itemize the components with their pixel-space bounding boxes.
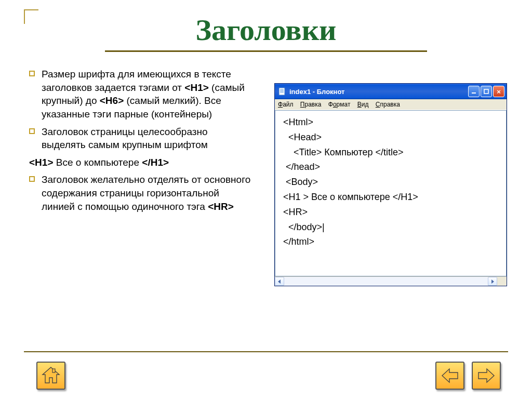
- nav-next-wrap: [472, 362, 501, 390]
- arrow-left-icon: [441, 368, 459, 383]
- nav-home-wrap: [36, 362, 65, 390]
- svg-marker-12: [478, 369, 494, 382]
- notepad-icon: [278, 87, 286, 96]
- bullet-item: Заголовок желательно отделять от основно…: [29, 173, 252, 213]
- bottom-divider: [24, 351, 508, 352]
- scroll-track[interactable]: [284, 277, 488, 286]
- bullet-item: Заголовок страницы целесообразно выделят…: [29, 125, 252, 152]
- bullet-text: Заголовок желательно отделять от основно…: [42, 174, 250, 211]
- close-icon: ×: [497, 88, 501, 96]
- maximize-icon: [484, 89, 489, 94]
- next-button[interactable]: [472, 362, 501, 390]
- body-text: Размер шрифта для имеющихся в тексте заг…: [29, 68, 252, 217]
- code-line: <H1 > Все о компьютере </H1>: [281, 190, 501, 205]
- minimize-button[interactable]: [468, 86, 480, 97]
- example-line: <H1> Все о компьютере </H1>: [29, 156, 252, 169]
- window-title: index1 - Блокнот: [289, 88, 468, 96]
- svg-marker-7: [278, 280, 281, 284]
- bullet-text: Заголовок страницы целесообразно выделят…: [42, 126, 208, 151]
- bullet-icon: [29, 71, 35, 76]
- menu-help[interactable]: Справка: [376, 101, 400, 108]
- menu-file[interactable]: Файл: [278, 101, 294, 108]
- code-line: </head>: [281, 159, 501, 175]
- maximize-button[interactable]: [481, 86, 492, 97]
- horizontal-scrollbar[interactable]: [275, 276, 507, 286]
- svg-marker-11: [442, 369, 458, 382]
- bullet-item: Размер шрифта для имеющихся в тексте заг…: [29, 68, 252, 121]
- resize-grip[interactable]: [497, 277, 507, 286]
- svg-marker-8: [491, 280, 494, 284]
- menu-edit[interactable]: Правка: [300, 101, 322, 108]
- minimize-icon: [471, 89, 476, 94]
- svg-rect-10: [52, 369, 55, 373]
- scroll-left-button[interactable]: [275, 277, 284, 286]
- svg-rect-5: [472, 92, 476, 94]
- svg-marker-9: [43, 367, 59, 383]
- home-icon: [41, 366, 61, 385]
- bullet-text: Размер шрифта для имеющихся в тексте заг…: [42, 69, 245, 119]
- chevron-left-icon: [277, 280, 282, 284]
- code-line: <Title> Компьютер </title>: [281, 145, 501, 160]
- scroll-right-button[interactable]: [488, 277, 497, 286]
- code-line: </html>: [281, 234, 501, 249]
- slide: Заголовки Размер шрифта для имеющихся в …: [0, 0, 532, 399]
- editor-content[interactable]: <Html> <Head> <Title> Компьютер </title>…: [275, 110, 507, 276]
- arrow-right-icon: [477, 368, 495, 383]
- code-line: <HR>: [281, 205, 501, 220]
- notepad-window: index1 - Блокнот × Файл Правка Формат Ви…: [274, 83, 507, 286]
- close-button[interactable]: ×: [493, 86, 504, 97]
- svg-rect-6: [484, 89, 488, 94]
- bullet-icon: [29, 128, 35, 134]
- menu-view[interactable]: Вид: [357, 101, 369, 108]
- bullet-icon: [29, 176, 35, 182]
- menu-format[interactable]: Формат: [328, 101, 351, 108]
- code-line: </body>|: [281, 220, 501, 235]
- menu-bar: Файл Правка Формат Вид Справка: [275, 99, 507, 110]
- code-line: <Head>: [281, 130, 501, 145]
- corner-decoration: [24, 9, 38, 24]
- chevron-right-icon: [490, 280, 495, 284]
- slide-title: Заголовки: [105, 12, 427, 52]
- window-controls: ×: [468, 86, 504, 97]
- nav-prev-wrap: [435, 362, 464, 390]
- code-line: <Body>: [281, 175, 501, 190]
- titlebar[interactable]: index1 - Блокнот ×: [275, 84, 507, 99]
- code-line: <Html>: [281, 115, 501, 130]
- home-button[interactable]: [36, 362, 65, 390]
- prev-button[interactable]: [435, 362, 464, 390]
